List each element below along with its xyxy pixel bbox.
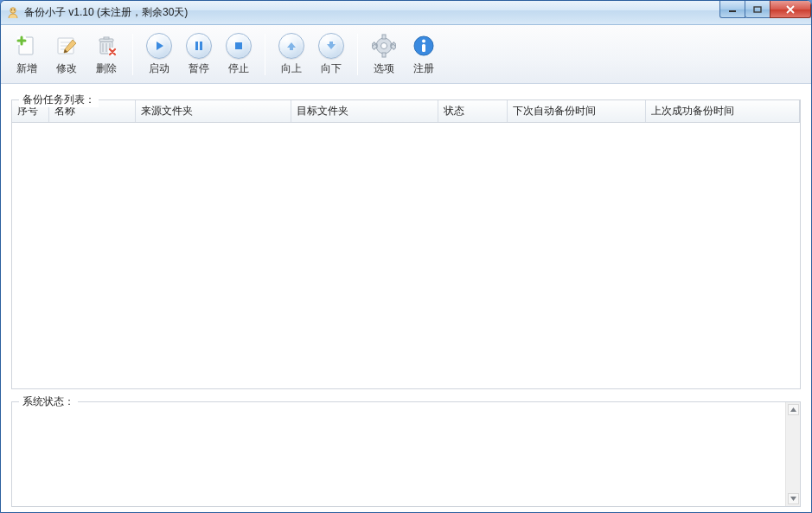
task-table-wrap: 序号 名称 来源文件夹 目标文件夹 状态 下次自动备份时间 上次成功备份时间 bbox=[12, 100, 800, 388]
movedown-button[interactable]: 向下 bbox=[312, 30, 350, 79]
svg-rect-16 bbox=[104, 37, 109, 39]
info-icon bbox=[411, 33, 437, 59]
content-area: 备份任务列表： 序号 名称 来源文件夹 目标文件夹 状态 下次自动备份时间 上次… bbox=[1, 84, 811, 512]
moveup-button[interactable]: 向上 bbox=[272, 30, 310, 79]
edit-label: 修改 bbox=[56, 61, 77, 76]
maximize-button[interactable] bbox=[745, 1, 770, 18]
new-icon bbox=[14, 33, 40, 59]
svg-rect-34 bbox=[422, 44, 425, 52]
window-controls bbox=[720, 1, 811, 18]
svg-point-33 bbox=[422, 39, 425, 42]
options-button[interactable]: 选项 bbox=[365, 30, 403, 79]
titlebar: 备份小子 v1.10 (未注册，剩余30天) bbox=[1, 1, 811, 25]
svg-point-0 bbox=[10, 7, 16, 12]
trash-icon bbox=[93, 33, 119, 59]
edit-icon bbox=[54, 33, 80, 59]
minimize-button[interactable] bbox=[719, 1, 745, 18]
col-last[interactable]: 上次成功备份时间 bbox=[645, 100, 800, 123]
app-icon bbox=[6, 6, 20, 20]
movedown-label: 向下 bbox=[321, 61, 342, 76]
toolbar: 新增 修改 bbox=[1, 25, 811, 84]
system-status-text[interactable] bbox=[12, 402, 785, 506]
svg-rect-22 bbox=[382, 35, 386, 39]
start-label: 启动 bbox=[149, 61, 169, 76]
col-status[interactable]: 状态 bbox=[438, 100, 507, 123]
svg-rect-18 bbox=[195, 42, 198, 50]
system-status-title: 系统状态： bbox=[19, 394, 78, 409]
options-label: 选项 bbox=[374, 61, 394, 76]
register-label: 注册 bbox=[413, 61, 434, 76]
delete-button[interactable]: 删除 bbox=[87, 30, 125, 79]
svg-rect-23 bbox=[382, 53, 386, 57]
task-list-group: 备份任务列表： 序号 名称 来源文件夹 目标文件夹 状态 下次自动备份时间 上次… bbox=[11, 99, 801, 389]
delete-label: 删除 bbox=[96, 61, 117, 76]
new-label: 新增 bbox=[16, 61, 37, 76]
register-button[interactable]: 注册 bbox=[405, 30, 443, 79]
col-next[interactable]: 下次自动备份时间 bbox=[507, 100, 645, 123]
pause-label: 暂停 bbox=[189, 61, 209, 76]
toolbar-separator bbox=[265, 34, 265, 75]
svg-rect-20 bbox=[235, 42, 242, 49]
scroll-up-icon[interactable] bbox=[788, 404, 799, 415]
start-button[interactable]: 启动 bbox=[140, 30, 178, 79]
arrow-down-icon bbox=[318, 33, 344, 59]
scroll-down-icon[interactable] bbox=[788, 493, 799, 504]
arrow-up-icon bbox=[278, 33, 304, 59]
app-window: 备份小子 v1.10 (未注册，剩余30天) 新增 bbox=[0, 0, 812, 513]
pause-icon bbox=[186, 33, 212, 59]
svg-rect-3 bbox=[729, 10, 736, 12]
task-list-title: 备份任务列表： bbox=[19, 93, 99, 107]
edit-button[interactable]: 修改 bbox=[48, 30, 86, 79]
col-target[interactable]: 目标文件夹 bbox=[291, 100, 438, 123]
svg-rect-4 bbox=[754, 7, 761, 12]
status-scrollbar[interactable] bbox=[785, 402, 800, 506]
toolbar-separator bbox=[357, 34, 358, 75]
stop-button[interactable]: 停止 bbox=[220, 30, 258, 79]
pause-button[interactable]: 暂停 bbox=[180, 30, 218, 79]
stop-label: 停止 bbox=[228, 61, 249, 76]
play-icon bbox=[146, 33, 172, 59]
gear-icon bbox=[371, 33, 397, 59]
col-source[interactable]: 来源文件夹 bbox=[135, 100, 291, 123]
moveup-label: 向上 bbox=[281, 61, 302, 76]
close-button[interactable] bbox=[770, 1, 811, 18]
window-title: 备份小子 v1.10 (未注册，剩余30天) bbox=[24, 5, 188, 20]
svg-point-30 bbox=[381, 42, 387, 48]
svg-point-1 bbox=[11, 9, 12, 10]
task-table[interactable]: 序号 名称 来源文件夹 目标文件夹 状态 下次自动备份时间 上次成功备份时间 bbox=[12, 100, 800, 123]
svg-point-2 bbox=[14, 9, 15, 10]
system-status-group: 系统状态： bbox=[11, 401, 801, 507]
new-button[interactable]: 新增 bbox=[8, 30, 46, 79]
toolbar-separator bbox=[132, 34, 133, 75]
svg-rect-19 bbox=[200, 42, 202, 50]
stop-icon bbox=[226, 33, 252, 59]
